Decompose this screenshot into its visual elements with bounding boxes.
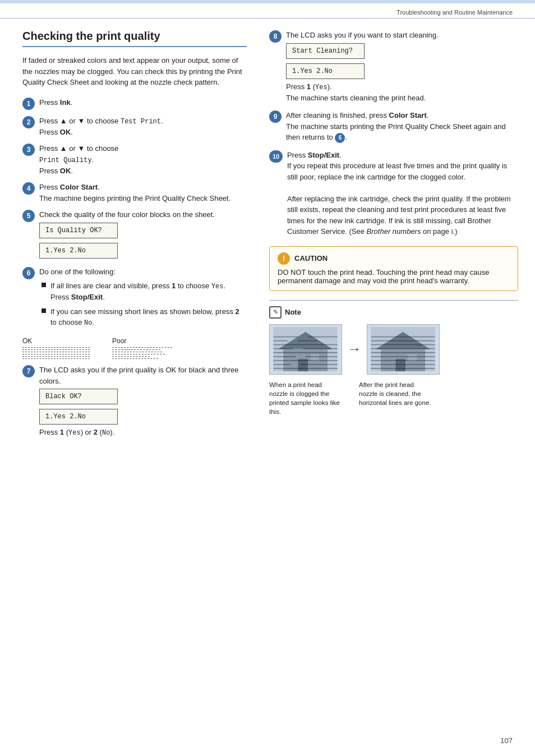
step-6-bullets: If all lines are clear and visible, pres… <box>41 280 247 328</box>
lcd-yes-no-5: 1.Yes 2.No <box>39 243 118 259</box>
page-header: Troubleshooting and Routine Maintenance <box>0 3 535 19</box>
poor-line-3 <box>112 352 172 352</box>
bullet-item-2: If you can see missing short lines as sh… <box>41 306 247 329</box>
step-num-10: 10 <box>269 150 283 163</box>
step-1: 1 Press Ink. <box>22 97 247 110</box>
lcd-yes-no-8: 1.Yes 2.No <box>286 63 365 79</box>
step-2-mono: Test Print <box>121 118 161 126</box>
step-num-4: 4 <box>22 182 35 195</box>
lcd-black-ok: Black OK? <box>39 389 118 404</box>
step-8-subtext: The machine starts cleaning the print he… <box>286 94 426 102</box>
ok-line-1 <box>22 347 90 348</box>
caption-right: After the print head nozzle is cleaned, … <box>359 380 432 416</box>
step-5-content: Check the quality of the four color bloc… <box>39 209 247 261</box>
poor-line-2 <box>112 349 172 350</box>
bullet-square-1 <box>41 283 46 287</box>
header-text: Troubleshooting and Routine Maintenance <box>396 9 513 16</box>
ok-section: OK <box>22 337 90 359</box>
ok-line-4 <box>22 354 90 354</box>
note-captions: When a print head nozzle is clogged the … <box>269 380 518 416</box>
step-1-bold: Ink <box>60 98 71 107</box>
poor-line-4 <box>112 354 172 354</box>
caution-header: ! CAUTION <box>278 252 510 265</box>
poor-line-6 <box>112 358 172 359</box>
poor-label: Poor <box>112 337 172 345</box>
right-column: 8 The LCD asks you if you want to start … <box>258 30 535 455</box>
step-7-subtext: Press 1 (Yes) or 2 (No). <box>39 428 114 436</box>
bullet-square-2 <box>41 308 46 313</box>
caution-icon: ! <box>278 252 290 265</box>
caution-title: CAUTION <box>294 254 328 262</box>
step-3-content: Press ▲ or ▼ to choose Print Quality. Pr… <box>39 143 247 176</box>
page-number: 107 <box>500 736 513 745</box>
step-5: 5 Check the quality of the four color bl… <box>22 209 247 261</box>
step-num-7: 7 <box>22 365 35 377</box>
step-3: 3 Press ▲ or ▼ to choose Print Quality. … <box>22 143 247 176</box>
poor-lines <box>112 347 172 359</box>
circle-ref-6: 6 <box>335 133 345 143</box>
step-num-6: 6 <box>22 267 35 279</box>
ok-label: OK <box>22 337 90 345</box>
step-9: 9 After cleaning is finished, press Colo… <box>269 110 518 143</box>
step-num-3: 3 <box>22 144 35 156</box>
main-content: Checking the print quality If faded or s… <box>0 19 535 455</box>
ok-line-2 <box>22 349 90 350</box>
caution-box: ! CAUTION DO NOT touch the print head. T… <box>269 246 518 291</box>
lcd-yes-no-7: 1.Yes 2.No <box>39 409 118 425</box>
step-4: 4 Press Color Start. The machine begins … <box>22 182 247 204</box>
step-3-mono: Print Quality <box>39 156 92 164</box>
note-images: → <box>269 324 518 375</box>
step-num-8: 8 <box>269 30 282 43</box>
cleaned-image <box>367 324 440 375</box>
ok-line-6 <box>22 358 90 359</box>
note-icon: ✎ <box>269 306 282 319</box>
ok-poor-diagram: OK Poor <box>22 337 247 359</box>
note-section: ✎ Note <box>269 300 518 416</box>
ok-lines <box>22 347 90 359</box>
step-4-content: Press Color Start. The machine begins pr… <box>39 182 247 204</box>
poor-section: Poor <box>112 337 172 359</box>
step-7: 7 The LCD asks you if the print quality … <box>22 365 247 438</box>
left-column: Checking the print quality If faded or s… <box>0 30 258 455</box>
step-2: 2 Press ▲ or ▼ to choose Test Print. Pre… <box>22 116 247 138</box>
ok-line-3 <box>22 352 90 352</box>
arrow-right: → <box>348 341 361 357</box>
step-9-content: After cleaning is finished, press Color … <box>286 110 518 143</box>
step-num-5: 5 <box>22 210 35 222</box>
step-2-content: Press ▲ or ▼ to choose Test Print. Press… <box>39 116 247 138</box>
step-8-press: Press 1 (Yes). <box>286 82 332 91</box>
note-header: ✎ Note <box>269 306 518 319</box>
step-8: 8 The LCD asks you if you want to start … <box>269 30 518 103</box>
section-title: Checking the print quality <box>22 30 247 47</box>
poor-line-1 <box>112 347 172 348</box>
step-7-content: The LCD asks you if the print quality is… <box>39 365 247 438</box>
step-1-content: Press Ink. <box>39 97 247 108</box>
intro-text: If faded or streaked colors and text app… <box>22 55 247 88</box>
step-num-9: 9 <box>269 110 282 123</box>
caption-left: When a print head nozzle is clogged the … <box>269 380 342 416</box>
bullet-item-1: If all lines are clear and visible, pres… <box>41 280 247 303</box>
step-6-content: Do one of the following: If all lines ar… <box>39 266 247 332</box>
caution-text: DO NOT touch the print head. Touching th… <box>278 268 510 285</box>
step-8-content: The LCD asks you if you want to start cl… <box>286 30 518 103</box>
step-num-1: 1 <box>22 98 35 110</box>
lcd-quality-ok: Is Quality OK? <box>39 223 118 238</box>
step-6: 6 Do one of the following: If all lines … <box>22 266 247 332</box>
step-10-content: Press Stop/Exit. If you repeat this proc… <box>287 150 518 237</box>
clogged-image <box>269 324 342 375</box>
ok-line-5 <box>22 356 90 357</box>
note-title: Note <box>285 308 301 316</box>
poor-line-5 <box>112 356 172 357</box>
lcd-start-cleaning: Start Cleaning? <box>286 43 365 59</box>
step-10: 10 Press Stop/Exit. If you repeat this p… <box>269 150 518 237</box>
step-num-2: 2 <box>22 116 35 128</box>
